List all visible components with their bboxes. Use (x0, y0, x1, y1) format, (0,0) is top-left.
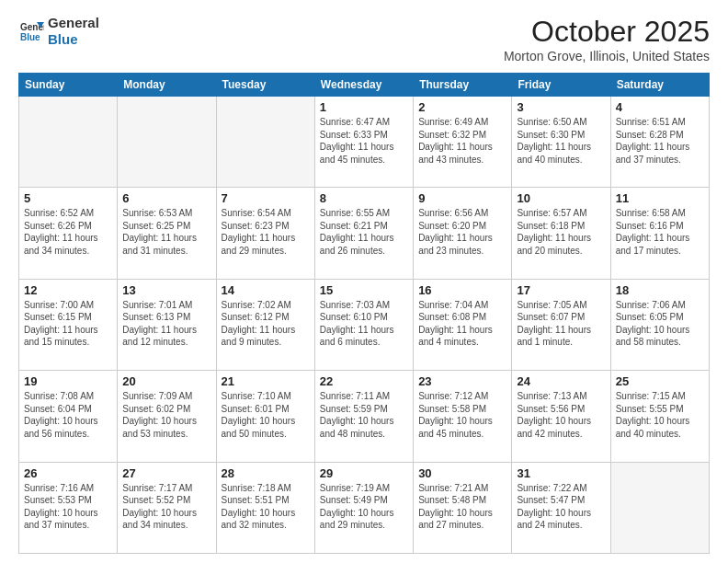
day-number: 15 (320, 283, 408, 297)
day-info: Sunrise: 6:47 AM Sunset: 6:33 PM Dayligh… (320, 116, 408, 166)
calendar-cell: 23Sunrise: 7:12 AM Sunset: 5:58 PM Dayli… (414, 371, 512, 462)
calendar-cell: 15Sunrise: 7:03 AM Sunset: 6:10 PM Dayli… (314, 279, 413, 370)
calendar-table: Sunday Monday Tuesday Wednesday Thursday… (18, 73, 710, 554)
calendar-row: 19Sunrise: 7:08 AM Sunset: 6:04 PM Dayli… (19, 371, 710, 462)
calendar-cell: 3Sunrise: 6:50 AM Sunset: 6:30 PM Daylig… (512, 97, 610, 188)
day-info: Sunrise: 6:52 AM Sunset: 6:26 PM Dayligh… (24, 207, 112, 257)
day-number: 12 (24, 283, 112, 297)
day-number: 20 (122, 374, 210, 388)
calendar-cell: 28Sunrise: 7:18 AM Sunset: 5:51 PM Dayli… (216, 462, 314, 553)
day-number: 6 (122, 191, 210, 205)
header-tuesday: Tuesday (216, 74, 314, 97)
day-number: 9 (418, 191, 506, 205)
day-info: Sunrise: 6:55 AM Sunset: 6:21 PM Dayligh… (320, 207, 408, 257)
calendar-cell: 13Sunrise: 7:01 AM Sunset: 6:13 PM Dayli… (118, 279, 216, 370)
logo-icon: General Blue (18, 18, 44, 44)
logo-blue: Blue (48, 31, 99, 48)
day-info: Sunrise: 6:54 AM Sunset: 6:23 PM Dayligh… (222, 207, 310, 257)
day-info: Sunrise: 7:21 AM Sunset: 5:48 PM Dayligh… (418, 482, 506, 532)
day-info: Sunrise: 6:51 AM Sunset: 6:28 PM Dayligh… (616, 116, 704, 166)
day-info: Sunrise: 7:18 AM Sunset: 5:51 PM Dayligh… (222, 482, 310, 532)
day-info: Sunrise: 7:01 AM Sunset: 6:13 PM Dayligh… (122, 299, 210, 349)
calendar-cell: 5Sunrise: 6:52 AM Sunset: 6:26 PM Daylig… (19, 188, 118, 279)
day-number: 8 (320, 191, 408, 205)
day-info: Sunrise: 7:09 AM Sunset: 6:02 PM Dayligh… (122, 390, 210, 440)
day-info: Sunrise: 7:10 AM Sunset: 6:01 PM Dayligh… (222, 390, 310, 440)
calendar-cell: 29Sunrise: 7:19 AM Sunset: 5:49 PM Dayli… (314, 462, 413, 553)
calendar-cell: 16Sunrise: 7:04 AM Sunset: 6:08 PM Dayli… (414, 279, 512, 370)
day-number: 14 (222, 283, 310, 297)
day-number: 2 (418, 100, 506, 114)
day-info: Sunrise: 6:57 AM Sunset: 6:18 PM Dayligh… (517, 207, 605, 257)
title-block: October 2025 Morton Grove, Illinois, Uni… (504, 15, 710, 63)
calendar-cell: 1Sunrise: 6:47 AM Sunset: 6:33 PM Daylig… (314, 97, 413, 188)
day-number: 7 (222, 191, 310, 205)
day-info: Sunrise: 7:06 AM Sunset: 6:05 PM Dayligh… (616, 299, 704, 349)
calendar-cell (19, 97, 118, 188)
day-info: Sunrise: 7:08 AM Sunset: 6:04 PM Dayligh… (24, 390, 112, 440)
day-info: Sunrise: 6:53 AM Sunset: 6:25 PM Dayligh… (122, 207, 210, 257)
header-saturday: Saturday (610, 74, 709, 97)
day-info: Sunrise: 6:56 AM Sunset: 6:20 PM Dayligh… (418, 207, 506, 257)
logo: General Blue General Blue (18, 15, 99, 48)
calendar-cell: 4Sunrise: 6:51 AM Sunset: 6:28 PM Daylig… (610, 97, 709, 188)
day-info: Sunrise: 7:11 AM Sunset: 5:59 PM Dayligh… (320, 390, 408, 440)
calendar-cell: 19Sunrise: 7:08 AM Sunset: 6:04 PM Dayli… (19, 371, 118, 462)
day-info: Sunrise: 7:22 AM Sunset: 5:47 PM Dayligh… (517, 482, 605, 532)
day-info: Sunrise: 6:50 AM Sunset: 6:30 PM Dayligh… (517, 116, 605, 166)
calendar-cell (216, 97, 314, 188)
svg-text:Blue: Blue (20, 32, 40, 42)
day-number: 31 (517, 466, 605, 480)
calendar-row: 26Sunrise: 7:16 AM Sunset: 5:53 PM Dayli… (19, 462, 710, 553)
calendar-cell: 30Sunrise: 7:21 AM Sunset: 5:48 PM Dayli… (414, 462, 512, 553)
calendar-row: 5Sunrise: 6:52 AM Sunset: 6:26 PM Daylig… (19, 188, 710, 279)
calendar-cell: 12Sunrise: 7:00 AM Sunset: 6:15 PM Dayli… (19, 279, 118, 370)
calendar-row: 12Sunrise: 7:00 AM Sunset: 6:15 PM Dayli… (19, 279, 710, 370)
day-info: Sunrise: 6:58 AM Sunset: 6:16 PM Dayligh… (616, 207, 704, 257)
day-info: Sunrise: 7:04 AM Sunset: 6:08 PM Dayligh… (418, 299, 506, 349)
day-number: 21 (222, 374, 310, 388)
day-info: Sunrise: 7:12 AM Sunset: 5:58 PM Dayligh… (418, 390, 506, 440)
calendar-cell: 25Sunrise: 7:15 AM Sunset: 5:55 PM Dayli… (610, 371, 709, 462)
calendar-cell: 17Sunrise: 7:05 AM Sunset: 6:07 PM Dayli… (512, 279, 610, 370)
header-sunday: Sunday (19, 74, 118, 97)
day-info: Sunrise: 7:03 AM Sunset: 6:10 PM Dayligh… (320, 299, 408, 349)
calendar-cell (118, 97, 216, 188)
day-number: 23 (418, 374, 506, 388)
calendar-cell (610, 462, 709, 553)
day-number: 11 (616, 191, 704, 205)
day-info: Sunrise: 7:19 AM Sunset: 5:49 PM Dayligh… (320, 482, 408, 532)
day-number: 4 (616, 100, 704, 114)
calendar-cell: 27Sunrise: 7:17 AM Sunset: 5:52 PM Dayli… (118, 462, 216, 553)
day-number: 5 (24, 191, 112, 205)
calendar-cell: 18Sunrise: 7:06 AM Sunset: 6:05 PM Dayli… (610, 279, 709, 370)
day-info: Sunrise: 7:16 AM Sunset: 5:53 PM Dayligh… (24, 482, 112, 532)
day-number: 22 (320, 374, 408, 388)
month-title: October 2025 (504, 15, 710, 49)
day-info: Sunrise: 7:00 AM Sunset: 6:15 PM Dayligh… (24, 299, 112, 349)
header-wednesday: Wednesday (314, 74, 413, 97)
day-info: Sunrise: 7:17 AM Sunset: 5:52 PM Dayligh… (122, 482, 210, 532)
day-number: 30 (418, 466, 506, 480)
calendar-cell: 11Sunrise: 6:58 AM Sunset: 6:16 PM Dayli… (610, 188, 709, 279)
logo-general: General (48, 15, 99, 31)
day-info: Sunrise: 7:15 AM Sunset: 5:55 PM Dayligh… (616, 390, 704, 440)
header-thursday: Thursday (414, 74, 512, 97)
day-number: 17 (517, 283, 605, 297)
day-number: 16 (418, 283, 506, 297)
day-info: Sunrise: 7:13 AM Sunset: 5:56 PM Dayligh… (517, 390, 605, 440)
calendar-cell: 8Sunrise: 6:55 AM Sunset: 6:21 PM Daylig… (314, 188, 413, 279)
calendar-cell: 14Sunrise: 7:02 AM Sunset: 6:12 PM Dayli… (216, 279, 314, 370)
location: Morton Grove, Illinois, United States (504, 49, 710, 63)
day-number: 1 (320, 100, 408, 114)
calendar-cell: 31Sunrise: 7:22 AM Sunset: 5:47 PM Dayli… (512, 462, 610, 553)
day-number: 18 (616, 283, 704, 297)
calendar-cell: 20Sunrise: 7:09 AM Sunset: 6:02 PM Dayli… (118, 371, 216, 462)
day-number: 26 (24, 466, 112, 480)
page: General Blue General Blue October 2025 M… (0, 0, 728, 563)
calendar-cell: 21Sunrise: 7:10 AM Sunset: 6:01 PM Dayli… (216, 371, 314, 462)
day-info: Sunrise: 7:05 AM Sunset: 6:07 PM Dayligh… (517, 299, 605, 349)
day-number: 3 (517, 100, 605, 114)
day-number: 28 (222, 466, 310, 480)
calendar-cell: 7Sunrise: 6:54 AM Sunset: 6:23 PM Daylig… (216, 188, 314, 279)
